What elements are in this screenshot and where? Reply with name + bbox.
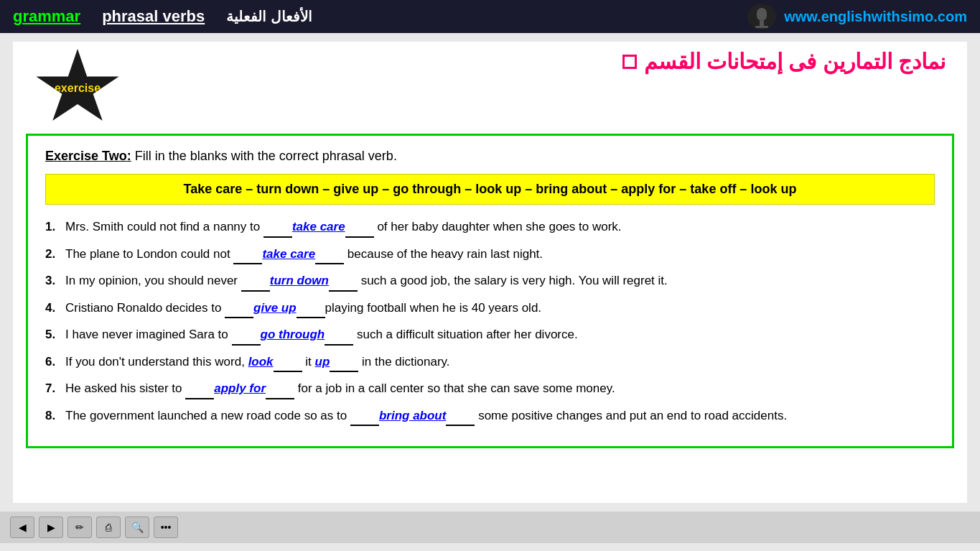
grammar-link[interactable]: grammar bbox=[13, 7, 80, 26]
exercise-heading-bold: Exercise Two: bbox=[45, 149, 131, 163]
header-right: www.englishwithsimo.com bbox=[747, 2, 967, 31]
svg-rect-2 bbox=[760, 21, 764, 27]
zoom-button[interactable]: 🔍 bbox=[125, 517, 149, 538]
arabic-title-section: نمادج التمارين فى إمتحانات القسم bbox=[614, 49, 946, 74]
sentences-list: 1. Mrs. Smith could not find a nanny to … bbox=[45, 218, 935, 426]
print-button[interactable]: ⎙ bbox=[96, 517, 121, 538]
list-item: 3. In my opinion, you should never turn … bbox=[45, 272, 935, 292]
arabic-label: الأفعال الفعلية bbox=[226, 8, 312, 25]
edit-button[interactable]: ✏ bbox=[67, 517, 92, 538]
prev-button[interactable]: ◀ bbox=[10, 517, 34, 538]
svg-rect-3 bbox=[755, 26, 768, 28]
list-item: 2. The plane to London could not take ca… bbox=[45, 245, 935, 265]
logo-icon bbox=[747, 2, 777, 31]
word-bank: Take care – turn down – give up – go thr… bbox=[45, 174, 935, 205]
list-item: 4. Cristiano Ronaldo decides to give up … bbox=[45, 299, 935, 319]
website-prefix: www. bbox=[784, 9, 821, 24]
arabic-title-text: نمادج التمارين فى إمتحانات القسم bbox=[644, 49, 946, 74]
phrasal-link[interactable]: phrasal verbs bbox=[102, 7, 205, 26]
list-item: 1. Mrs. Smith could not find a nanny to … bbox=[45, 218, 935, 238]
more-button[interactable]: ••• bbox=[154, 517, 178, 538]
content-box: Exercise Two: Fill in the blanks with th… bbox=[26, 134, 954, 448]
list-item: 6. If you don't understand this word, lo… bbox=[45, 353, 935, 373]
exercise-heading: Exercise Two: Fill in the blanks with th… bbox=[45, 149, 935, 164]
list-item: 7. He asked his sister to apply for for … bbox=[45, 379, 935, 399]
website-suffix: .com bbox=[933, 9, 967, 24]
website-brand: englishwithsimo bbox=[821, 9, 934, 24]
svg-rect-1 bbox=[757, 8, 767, 21]
header-left: grammar phrasal verbs الأفعال الفعلية bbox=[13, 7, 312, 26]
list-item: 5. I have never imagined Sara to go thro… bbox=[45, 325, 935, 346]
main-area: exercise نمادج التمارين فى إمتحانات القس… bbox=[13, 42, 967, 503]
website-label: www.englishwithsimo.com bbox=[784, 9, 967, 25]
toolbar: ◀ ▶ ✏ ⎙ 🔍 ••• bbox=[0, 511, 980, 543]
list-item: 8. The government launched a new road co… bbox=[45, 407, 935, 427]
title-checkbox bbox=[622, 55, 637, 69]
exercise-heading-rest: Fill in the blanks with the correct phra… bbox=[131, 149, 397, 163]
next-button[interactable]: ▶ bbox=[39, 517, 63, 538]
exercise-badge: exercise bbox=[34, 49, 121, 128]
header: grammar phrasal verbs الأفعال الفعلية ww… bbox=[0, 0, 980, 33]
